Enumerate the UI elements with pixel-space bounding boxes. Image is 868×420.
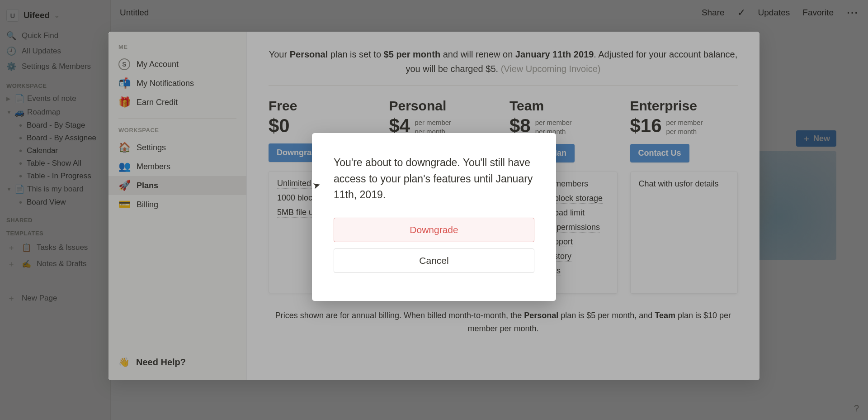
confirm-text: You're about to downgrade. You'll still … — [334, 155, 534, 203]
confirm-downgrade-modal: You're about to downgrade. You'll still … — [312, 133, 556, 301]
confirm-downgrade-button[interactable]: Downgrade — [334, 218, 534, 242]
cancel-button[interactable]: Cancel — [334, 248, 534, 273]
